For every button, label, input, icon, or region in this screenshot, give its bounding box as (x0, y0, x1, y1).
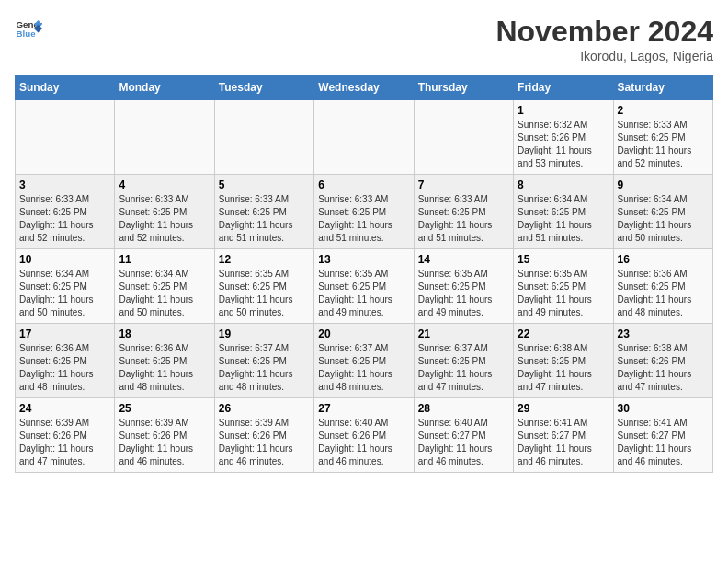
calendar-cell (214, 100, 313, 175)
calendar-week-row: 1Sunrise: 6:32 AM Sunset: 6:26 PM Daylig… (16, 100, 713, 175)
day-info: Sunrise: 6:34 AM Sunset: 6:25 PM Dayligh… (518, 193, 609, 245)
weekday-header-row: SundayMondayTuesdayWednesdayThursdayFrid… (16, 75, 713, 100)
calendar-cell: 12Sunrise: 6:35 AM Sunset: 6:25 PM Dayli… (214, 249, 313, 324)
calendar-cell: 19Sunrise: 6:37 AM Sunset: 6:25 PM Dayli… (214, 324, 313, 398)
day-info: Sunrise: 6:33 AM Sunset: 6:25 PM Dayligh… (219, 193, 310, 245)
day-number: 19 (219, 327, 310, 340)
day-number: 6 (318, 178, 409, 191)
day-info: Sunrise: 6:37 AM Sunset: 6:25 PM Dayligh… (318, 342, 409, 394)
day-info: Sunrise: 6:33 AM Sunset: 6:25 PM Dayligh… (119, 193, 210, 245)
day-info: Sunrise: 6:33 AM Sunset: 6:25 PM Dayligh… (19, 193, 110, 245)
day-info: Sunrise: 6:37 AM Sunset: 6:25 PM Dayligh… (219, 342, 310, 394)
calendar-cell: 22Sunrise: 6:38 AM Sunset: 6:25 PM Dayli… (514, 324, 613, 398)
day-number: 5 (219, 178, 310, 191)
day-number: 10 (19, 253, 110, 266)
day-info: Sunrise: 6:39 AM Sunset: 6:26 PM Dayligh… (19, 417, 110, 468)
calendar-body: 1Sunrise: 6:32 AM Sunset: 6:26 PM Daylig… (16, 100, 713, 473)
logo: General Blue (15, 15, 42, 42)
month-title: November 2024 (495, 15, 713, 49)
weekday-header-cell: Sunday (16, 75, 115, 100)
svg-text:Blue: Blue (17, 29, 37, 39)
day-number: 30 (618, 402, 709, 415)
calendar-cell (314, 100, 414, 175)
day-info: Sunrise: 6:38 AM Sunset: 6:26 PM Dayligh… (618, 342, 709, 394)
weekday-header-cell: Saturday (613, 75, 712, 100)
day-number: 27 (318, 402, 409, 415)
logo-icon: General Blue (15, 15, 42, 42)
calendar-cell: 5Sunrise: 6:33 AM Sunset: 6:25 PM Daylig… (214, 175, 313, 249)
title-block: November 2024 Ikorodu, Lagos, Nigeria (495, 15, 713, 63)
day-number: 28 (418, 402, 509, 415)
day-number: 3 (19, 178, 110, 191)
calendar-cell: 17Sunrise: 6:36 AM Sunset: 6:25 PM Dayli… (16, 324, 115, 398)
calendar-cell: 9Sunrise: 6:34 AM Sunset: 6:25 PM Daylig… (613, 175, 712, 249)
calendar-cell: 3Sunrise: 6:33 AM Sunset: 6:25 PM Daylig… (16, 175, 115, 249)
day-number: 13 (318, 253, 409, 266)
calendar-cell (414, 100, 513, 175)
day-number: 16 (618, 253, 709, 266)
day-number: 29 (518, 402, 609, 415)
calendar-week-row: 3Sunrise: 6:33 AM Sunset: 6:25 PM Daylig… (16, 175, 713, 249)
day-info: Sunrise: 6:41 AM Sunset: 6:27 PM Dayligh… (518, 417, 609, 468)
calendar-cell: 13Sunrise: 6:35 AM Sunset: 6:25 PM Dayli… (314, 249, 414, 324)
day-number: 11 (119, 253, 210, 266)
day-info: Sunrise: 6:33 AM Sunset: 6:25 PM Dayligh… (418, 193, 509, 245)
calendar-cell: 11Sunrise: 6:34 AM Sunset: 6:25 PM Dayli… (115, 249, 214, 324)
calendar-week-row: 24Sunrise: 6:39 AM Sunset: 6:26 PM Dayli… (16, 398, 713, 473)
day-number: 18 (119, 327, 210, 340)
day-info: Sunrise: 6:40 AM Sunset: 6:26 PM Dayligh… (318, 417, 409, 468)
day-info: Sunrise: 6:41 AM Sunset: 6:27 PM Dayligh… (618, 417, 709, 468)
calendar-cell: 29Sunrise: 6:41 AM Sunset: 6:27 PM Dayli… (514, 398, 613, 473)
day-number: 23 (618, 327, 709, 340)
day-info: Sunrise: 6:32 AM Sunset: 6:26 PM Dayligh… (518, 119, 609, 170)
calendar-table: SundayMondayTuesdayWednesdayThursdayFrid… (15, 75, 713, 473)
day-info: Sunrise: 6:34 AM Sunset: 6:25 PM Dayligh… (19, 268, 110, 319)
day-number: 4 (119, 178, 210, 191)
day-number: 20 (318, 327, 409, 340)
calendar-cell: 24Sunrise: 6:39 AM Sunset: 6:26 PM Dayli… (16, 398, 115, 473)
day-info: Sunrise: 6:40 AM Sunset: 6:27 PM Dayligh… (418, 417, 509, 468)
calendar-cell: 26Sunrise: 6:39 AM Sunset: 6:26 PM Dayli… (214, 398, 313, 473)
calendar-cell: 10Sunrise: 6:34 AM Sunset: 6:25 PM Dayli… (16, 249, 115, 324)
calendar-cell: 18Sunrise: 6:36 AM Sunset: 6:25 PM Dayli… (115, 324, 214, 398)
day-number: 8 (518, 178, 609, 191)
day-number: 25 (119, 402, 210, 415)
calendar-cell: 21Sunrise: 6:37 AM Sunset: 6:25 PM Dayli… (414, 324, 513, 398)
calendar-week-row: 10Sunrise: 6:34 AM Sunset: 6:25 PM Dayli… (16, 249, 713, 324)
day-info: Sunrise: 6:33 AM Sunset: 6:25 PM Dayligh… (318, 193, 409, 245)
day-number: 2 (618, 104, 709, 117)
calendar-cell: 25Sunrise: 6:39 AM Sunset: 6:26 PM Dayli… (115, 398, 214, 473)
day-number: 9 (618, 178, 709, 191)
weekday-header-cell: Tuesday (214, 75, 313, 100)
day-info: Sunrise: 6:36 AM Sunset: 6:25 PM Dayligh… (119, 342, 210, 394)
day-info: Sunrise: 6:39 AM Sunset: 6:26 PM Dayligh… (219, 417, 310, 468)
weekday-header-cell: Thursday (414, 75, 513, 100)
page-header: General Blue November 2024 Ikorodu, Lago… (15, 15, 713, 63)
calendar-cell: 16Sunrise: 6:36 AM Sunset: 6:25 PM Dayli… (613, 249, 712, 324)
calendar-cell: 20Sunrise: 6:37 AM Sunset: 6:25 PM Dayli… (314, 324, 414, 398)
calendar-week-row: 17Sunrise: 6:36 AM Sunset: 6:25 PM Dayli… (16, 324, 713, 398)
calendar-cell: 14Sunrise: 6:35 AM Sunset: 6:25 PM Dayli… (414, 249, 513, 324)
calendar-cell: 7Sunrise: 6:33 AM Sunset: 6:25 PM Daylig… (414, 175, 513, 249)
calendar-cell: 30Sunrise: 6:41 AM Sunset: 6:27 PM Dayli… (613, 398, 712, 473)
day-info: Sunrise: 6:34 AM Sunset: 6:25 PM Dayligh… (119, 268, 210, 319)
day-info: Sunrise: 6:35 AM Sunset: 6:25 PM Dayligh… (518, 268, 609, 319)
calendar-cell (115, 100, 214, 175)
day-info: Sunrise: 6:36 AM Sunset: 6:25 PM Dayligh… (618, 268, 709, 319)
calendar-cell: 2Sunrise: 6:33 AM Sunset: 6:25 PM Daylig… (613, 100, 712, 175)
day-number: 1 (518, 104, 609, 117)
calendar-cell: 27Sunrise: 6:40 AM Sunset: 6:26 PM Dayli… (314, 398, 414, 473)
day-number: 24 (19, 402, 110, 415)
day-number: 21 (418, 327, 509, 340)
calendar-cell: 1Sunrise: 6:32 AM Sunset: 6:26 PM Daylig… (514, 100, 613, 175)
calendar-cell: 23Sunrise: 6:38 AM Sunset: 6:26 PM Dayli… (613, 324, 712, 398)
day-number: 26 (219, 402, 310, 415)
calendar-cell: 28Sunrise: 6:40 AM Sunset: 6:27 PM Dayli… (414, 398, 513, 473)
calendar-cell: 8Sunrise: 6:34 AM Sunset: 6:25 PM Daylig… (514, 175, 613, 249)
calendar-cell: 4Sunrise: 6:33 AM Sunset: 6:25 PM Daylig… (115, 175, 214, 249)
day-info: Sunrise: 6:33 AM Sunset: 6:25 PM Dayligh… (618, 119, 709, 170)
location: Ikorodu, Lagos, Nigeria (495, 49, 713, 63)
day-info: Sunrise: 6:35 AM Sunset: 6:25 PM Dayligh… (318, 268, 409, 319)
day-info: Sunrise: 6:34 AM Sunset: 6:25 PM Dayligh… (618, 193, 709, 245)
day-info: Sunrise: 6:35 AM Sunset: 6:25 PM Dayligh… (219, 268, 310, 319)
